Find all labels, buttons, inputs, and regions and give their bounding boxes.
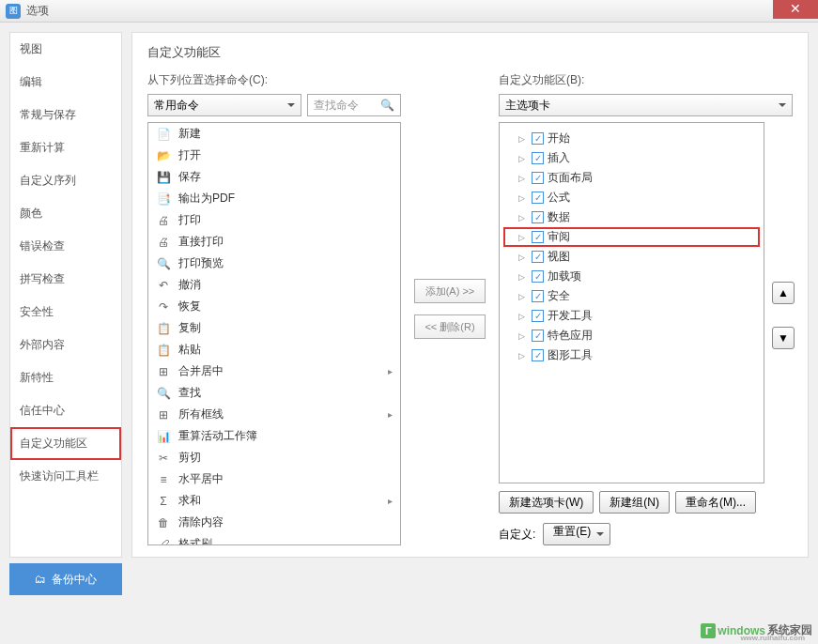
command-label: 直接打印 [178, 234, 393, 250]
reset-dropdown[interactable]: 重置(E) [543, 523, 610, 545]
sidebar-item[interactable]: 拼写检查 [10, 263, 121, 296]
search-icon: 🔍 [380, 99, 394, 112]
command-item[interactable]: ✂剪切 [148, 447, 400, 468]
tree-label: 审阅 [548, 229, 570, 245]
command-icon: 🔍 [156, 387, 171, 400]
sidebar-item[interactable]: 外部内容 [10, 329, 121, 361]
expand-icon[interactable]: ▷ [518, 292, 528, 301]
expand-icon[interactable]: ▷ [518, 134, 528, 144]
remove-button[interactable]: << 删除(R) [414, 314, 486, 339]
checkbox[interactable]: ✓ [532, 172, 544, 184]
command-icon: 🖨 [156, 236, 171, 249]
expand-icon[interactable]: ▷ [518, 233, 528, 242]
sidebar-item[interactable]: 错误检查 [10, 230, 121, 263]
sidebar-item[interactable]: 自定义功能区 [10, 427, 121, 460]
checkbox[interactable]: ✓ [532, 310, 544, 322]
tree-item[interactable]: ▷✓数据 [503, 207, 760, 227]
sidebar-item[interactable]: 新特性 [10, 361, 121, 394]
command-item[interactable]: 📄新建 [148, 123, 400, 145]
command-item[interactable]: 📋粘贴 [148, 339, 400, 360]
tree-item[interactable]: ▷✓公式 [503, 188, 760, 207]
tree-item[interactable]: ▷✓加载项 [503, 267, 760, 286]
command-item[interactable]: 🗑清除内容 [148, 512, 400, 533]
sidebar-item[interactable]: 信任中心 [10, 394, 121, 427]
command-item[interactable]: 📋复制 [148, 317, 400, 339]
checkbox[interactable]: ✓ [532, 192, 544, 204]
expand-icon[interactable]: ▷ [518, 193, 528, 203]
checkbox[interactable]: ✓ [532, 349, 544, 361]
expand-icon[interactable]: ▷ [518, 174, 528, 183]
command-item[interactable]: ≡水平居中 [148, 468, 400, 490]
tree-item[interactable]: ▷✓视图 [503, 247, 760, 267]
sidebar-item[interactable]: 编辑 [10, 66, 121, 99]
command-item[interactable]: 🔍查找 [148, 382, 400, 404]
reset-label: 自定义: [499, 527, 535, 543]
move-up-button[interactable]: ▲ [772, 282, 795, 304]
command-label: 复制 [178, 320, 393, 336]
command-label: 打印 [178, 212, 393, 228]
tree-item[interactable]: ▷✓页面布局 [503, 168, 760, 188]
expand-icon[interactable]: ▷ [518, 154, 528, 163]
command-item[interactable]: 🖨直接打印 [148, 231, 400, 253]
expand-icon[interactable]: ▷ [518, 331, 528, 341]
rename-button[interactable]: 重命名(M)... [675, 491, 756, 514]
close-button[interactable]: ✕ [773, 0, 818, 19]
command-icon: ↶ [156, 279, 171, 292]
ribbon-label: 自定义功能区(B): [499, 72, 793, 88]
checkbox[interactable]: ✓ [532, 290, 544, 302]
move-down-button[interactable]: ▼ [772, 327, 795, 349]
command-item[interactable]: ⊞所有框线▸ [148, 404, 400, 425]
command-item[interactable]: 📑输出为PDF [148, 188, 400, 209]
ribbon-scope-dropdown[interactable]: 主选项卡 [499, 94, 793, 116]
expand-icon[interactable]: ▷ [518, 272, 528, 282]
checkbox[interactable]: ✓ [532, 211, 544, 223]
checkbox[interactable]: ✓ [532, 132, 544, 145]
checkbox[interactable]: ✓ [532, 152, 544, 164]
tree-item[interactable]: ▷✓开始 [503, 129, 760, 148]
checkbox[interactable]: ✓ [532, 251, 544, 263]
tree-item[interactable]: ▷✓插入 [503, 148, 760, 168]
checkbox[interactable]: ✓ [532, 330, 544, 342]
command-item[interactable]: ↶撤消 [148, 274, 400, 296]
sidebar-item[interactable]: 视图 [10, 33, 121, 66]
checkbox[interactable]: ✓ [532, 231, 544, 243]
expand-icon[interactable]: ▷ [518, 213, 528, 222]
search-placeholder: 查找命令 [314, 98, 359, 114]
new-group-button[interactable]: 新建组(N) [599, 491, 670, 514]
command-item[interactable]: ↷恢复 [148, 296, 400, 317]
tree-item[interactable]: ▷✓特色应用 [503, 326, 760, 345]
ribbon-tree[interactable]: ▷✓开始▷✓插入▷✓页面布局▷✓公式▷✓数据▷✓审阅▷✓视图▷✓加载项▷✓安全▷… [499, 122, 764, 483]
sidebar-item[interactable]: 常规与保存 [10, 99, 121, 131]
command-item[interactable]: 💾保存 [148, 166, 400, 188]
commands-source-dropdown[interactable]: 常用命令 [147, 94, 301, 116]
sidebar-item[interactable]: 颜色 [10, 197, 121, 230]
command-item[interactable]: 🖌格式刷 [148, 533, 400, 545]
new-tab-button[interactable]: 新建选项卡(W) [499, 491, 594, 514]
sidebar-item[interactable]: 安全性 [10, 296, 121, 329]
expand-icon[interactable]: ▷ [518, 312, 528, 321]
command-item[interactable]: Σ求和▸ [148, 490, 400, 512]
sidebar-item[interactable]: 重新计算 [10, 131, 121, 164]
expand-icon[interactable]: ▷ [518, 253, 528, 262]
sidebar-item[interactable]: 快速访问工具栏 [10, 460, 121, 493]
backup-center-button[interactable]: 🗂 备份中心 [9, 563, 122, 595]
command-icon: 🖌 [156, 538, 171, 546]
command-item[interactable]: 📂打开 [148, 145, 400, 166]
command-item[interactable]: 🖨打印 [148, 209, 400, 231]
tree-item[interactable]: ▷✓安全 [503, 286, 760, 306]
search-input[interactable]: 查找命令 🔍 [307, 94, 401, 116]
tree-item[interactable]: ▷✓审阅 [503, 227, 760, 247]
command-item[interactable]: 📊重算活动工作簿 [148, 425, 400, 447]
tree-label: 开始 [548, 130, 570, 146]
expand-icon[interactable]: ▷ [518, 351, 528, 360]
command-item[interactable]: 🔍打印预览 [148, 253, 400, 274]
add-button[interactable]: 添加(A) >> [414, 279, 486, 303]
command-icon: ✂ [156, 452, 171, 465]
sidebar-item[interactable]: 自定义序列 [10, 164, 121, 197]
checkbox[interactable]: ✓ [532, 270, 544, 283]
tree-item[interactable]: ▷✓开发工具 [503, 306, 760, 326]
tree-item[interactable]: ▷✓图形工具 [503, 345, 760, 365]
command-item[interactable]: ⊞合并居中▸ [148, 360, 400, 382]
commands-list[interactable]: 📄新建📂打开💾保存📑输出为PDF🖨打印🖨直接打印🔍打印预览↶撤消↷恢复📋复制📋粘… [147, 122, 401, 545]
tree-label: 开发工具 [548, 308, 593, 324]
